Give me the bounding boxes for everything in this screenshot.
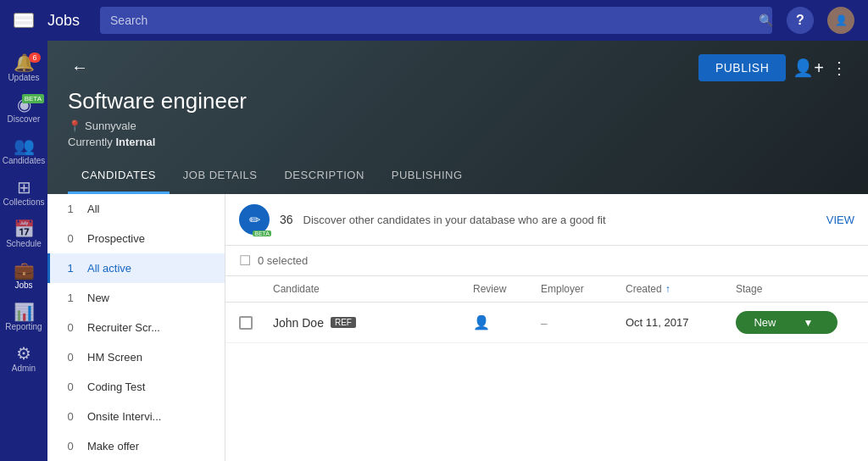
sidebar-item-admin[interactable]: ⚙ Admin bbox=[0, 338, 47, 380]
row-checkbox[interactable] bbox=[239, 316, 273, 330]
discover-banner: ✏ BETA 36 Discover other candidates in y… bbox=[225, 194, 868, 246]
pipeline-item-recruiter-screen[interactable]: 0 Recruiter Scr... bbox=[47, 313, 225, 342]
job-header: ← PUBLISH 👤+ ⋮ Software engineer 📍 Sunny… bbox=[47, 41, 868, 194]
sidebar-item-discover[interactable]: ◉ Discover BETA bbox=[0, 89, 47, 131]
job-actions: PUBLISH 👤+ ⋮ bbox=[698, 54, 848, 81]
table-row: John Doe REF 👤 – Oct 11, 2017 New ▼ bbox=[225, 303, 868, 343]
discover-count: 36 bbox=[280, 213, 293, 226]
select-all-icon[interactable]: ☐ bbox=[239, 253, 251, 269]
pipeline-item-all-active[interactable]: 1 All active bbox=[47, 253, 225, 283]
employer-cell: – bbox=[541, 316, 626, 330]
jobs-icon: 💼 bbox=[14, 262, 35, 279]
app-title: Jobs bbox=[47, 12, 80, 30]
candidates-icon: 👥 bbox=[14, 137, 35, 154]
pipeline-item-make-offer[interactable]: 0 Make offer bbox=[47, 431, 225, 461]
pipeline-item-coding-test[interactable]: 0 Coding Test bbox=[47, 372, 225, 402]
content-area: 1 All 0 Prospective 1 All active 1 New 0… bbox=[47, 194, 868, 461]
job-title: Software engineer bbox=[68, 88, 848, 114]
job-status: Currently Internal bbox=[68, 136, 848, 148]
top-nav: Jobs 🔍 ? 👤 bbox=[0, 0, 868, 41]
main-content: ← PUBLISH 👤+ ⋮ Software engineer 📍 Sunny… bbox=[47, 41, 868, 461]
discover-beta-badge: BETA bbox=[22, 94, 44, 103]
table-header: Candidate Review Employer Created ↑ Stag… bbox=[225, 276, 868, 303]
col-review-header: Review bbox=[473, 283, 541, 295]
schedule-icon: 📅 bbox=[14, 220, 35, 237]
pipeline-item-new[interactable]: 1 New bbox=[47, 283, 225, 313]
discover-beta-label: BETA bbox=[253, 230, 271, 236]
stage-cell: New ▼ bbox=[736, 311, 854, 334]
selected-count: 0 selected bbox=[258, 254, 308, 267]
sidebar-item-reporting[interactable]: 📊 Reporting bbox=[0, 297, 47, 338]
tab-candidates[interactable]: CANDIDATES bbox=[68, 158, 170, 194]
col-candidate-header: Candidate bbox=[273, 283, 473, 295]
discover-text: Discover other candidates in your databa… bbox=[303, 214, 816, 226]
candidate-name: John Doe REF bbox=[273, 316, 473, 330]
review-icon: 👤 bbox=[473, 315, 490, 330]
more-options-button[interactable]: ⋮ bbox=[831, 58, 848, 78]
sidebar-item-schedule[interactable]: 📅 Schedule bbox=[0, 214, 47, 255]
pipeline-item-all[interactable]: 1 All bbox=[47, 194, 225, 224]
pipeline-item-onsite-interview[interactable]: 0 Onsite Intervi... bbox=[47, 402, 225, 431]
col-created-header[interactable]: Created ↑ bbox=[626, 283, 736, 295]
hamburger-menu[interactable] bbox=[14, 13, 34, 28]
tab-description[interactable]: DESCRIPTION bbox=[270, 158, 377, 194]
sort-up-icon: ↑ bbox=[665, 283, 670, 295]
review-cell[interactable]: 👤 bbox=[473, 314, 541, 330]
publish-button[interactable]: PUBLISH bbox=[698, 54, 786, 81]
stage-dropdown[interactable]: New ▼ bbox=[736, 311, 837, 334]
dropdown-arrow-icon: ▼ bbox=[789, 317, 827, 329]
sidebar-item-candidates[interactable]: 👥 Candidates bbox=[0, 131, 47, 172]
collections-icon: ⊞ bbox=[17, 179, 31, 196]
ref-badge: REF bbox=[331, 317, 356, 328]
back-button[interactable]: ← bbox=[68, 54, 92, 81]
job-tabs: CANDIDATES JOB DETAILS DESCRIPTION PUBLI… bbox=[68, 158, 848, 194]
updates-badge: 6 bbox=[29, 53, 41, 63]
location-icon: 📍 bbox=[68, 119, 81, 132]
col-stage-header: Stage bbox=[736, 283, 854, 295]
created-date: Oct 11, 2017 bbox=[626, 316, 736, 329]
pipeline-item-hm-screen[interactable]: 0 HM Screen bbox=[47, 342, 225, 372]
sidebar-item-collections[interactable]: ⊞ Collections bbox=[0, 172, 47, 214]
avatar: 👤 bbox=[827, 7, 854, 34]
admin-icon: ⚙ bbox=[16, 345, 31, 362]
search-icon: 🔍 bbox=[759, 14, 773, 27]
discover-icon-circle: ✏ BETA bbox=[239, 204, 270, 235]
job-location: 📍 Sunnyvale bbox=[68, 119, 848, 132]
reporting-icon: 📊 bbox=[14, 303, 35, 320]
sidebar-item-updates[interactable]: 🔔 Updates 6 bbox=[0, 47, 47, 89]
pipeline-item-prospective[interactable]: 0 Prospective bbox=[47, 224, 225, 253]
candidates-panel: ✏ BETA 36 Discover other candidates in y… bbox=[225, 194, 868, 461]
view-discover-link[interactable]: VIEW bbox=[826, 214, 854, 226]
tab-job-details[interactable]: JOB DETAILS bbox=[170, 158, 271, 194]
search-input[interactable] bbox=[100, 7, 772, 34]
add-person-button[interactable]: 👤+ bbox=[793, 58, 824, 78]
table-toolbar: ☐ 0 selected bbox=[225, 246, 868, 276]
help-button[interactable]: ? bbox=[787, 7, 814, 34]
tab-publishing[interactable]: PUBLISHING bbox=[378, 158, 476, 194]
sidebar: 🔔 Updates 6 ◉ Discover BETA 👥 Candidates… bbox=[0, 41, 47, 461]
pipeline-panel: 1 All 0 Prospective 1 All active 1 New 0… bbox=[47, 194, 225, 461]
sidebar-item-jobs[interactable]: 💼 Jobs bbox=[0, 255, 47, 297]
col-employer-header: Employer bbox=[541, 283, 626, 295]
